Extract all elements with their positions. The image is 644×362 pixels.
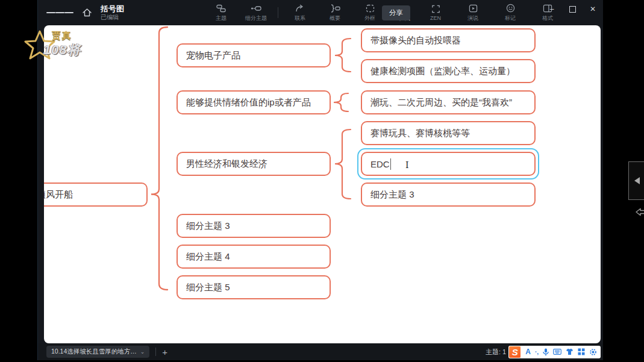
topic-node-edc-editing[interactable]: EDC — [361, 152, 536, 176]
window-controls: – ✕ — [542, 0, 603, 20]
toolbox-grid-icon[interactable] — [578, 348, 585, 355]
topic-node-subtopic-4[interactable]: 细分主题 4 — [177, 245, 331, 269]
status-right: 主题: 1 S A ·, — [486, 346, 601, 358]
status-bar: 10.14选择坡长且雪厚的地方… ⌄ + 主题: 1 S A ·, — [38, 343, 603, 360]
add-sheet-button[interactable]: + — [162, 347, 167, 357]
play-icon — [469, 4, 478, 13]
subtopic-icon — [251, 4, 261, 13]
zen-icon — [431, 4, 440, 14]
topic-label: 带摄像头的自动投喂器 — [370, 35, 461, 46]
relationship-button[interactable]: 联系 — [284, 4, 316, 22]
smiley-icon — [506, 4, 515, 13]
topic-label: 潮玩、二次元周边、买的是“我喜欢” — [370, 97, 512, 108]
root-topic-node[interactable]: 顺风开船 — [44, 183, 148, 207]
topic-label: EDC — [370, 159, 390, 169]
toolbar-divider — [278, 7, 278, 18]
topic-node-subtopic-5[interactable]: 细分主题 5 — [177, 275, 331, 299]
menu-icon[interactable] — [46, 11, 73, 14]
mark-button[interactable]: 标记 — [495, 4, 526, 22]
topic-label: 细分主题 4 — [186, 251, 230, 263]
topic-label: 宠物电子产品 — [186, 50, 240, 61]
topic-label: 能够提供情绪价值的ip或者产品 — [186, 97, 311, 108]
topic-label: 顺风开船 — [44, 189, 73, 201]
tab-divider — [155, 348, 156, 356]
presentation-button[interactable]: 演说 — [457, 4, 489, 22]
punctuation-icon[interactable]: ·, — [535, 349, 539, 355]
topic-node-health-collar[interactable]: 健康检测项圈（监测心率、运动量） — [361, 59, 536, 83]
boundary-button[interactable]: 外框 — [354, 4, 386, 22]
topic-label: 赛博玩具、赛博核桃等等 — [370, 128, 470, 139]
text-caret — [390, 158, 392, 170]
topic-node-subtopic-3[interactable]: 细分主题 3 — [177, 214, 331, 238]
close-button[interactable]: ✕ — [583, 0, 603, 18]
document-title-block: 括号图 已编辑 — [101, 5, 124, 20]
topic-node-emotional-value[interactable]: 能够提供情绪价值的ip或者产品 — [177, 90, 331, 114]
relationship-icon — [295, 4, 305, 13]
topic-label: 细分主题 3 — [370, 189, 414, 201]
topic-button[interactable]: 主题 — [205, 4, 237, 22]
triangle-left-icon — [634, 177, 640, 184]
right-toolbar: 分享 ZEN 演说 标记 — [382, 0, 563, 25]
titlebar: 括号图 已编辑 主题 细分主题 联系 — [38, 0, 603, 25]
maximize-button[interactable] — [562, 0, 583, 18]
topic-node-subtopic-3b[interactable]: 细分主题 3 — [361, 183, 536, 207]
minimize-button[interactable]: – — [542, 0, 562, 18]
gear-icon[interactable] — [589, 348, 597, 356]
topic-label: 健康检测项圈（监测心率、运动量） — [370, 66, 515, 77]
ime-toolbar: S A ·, — [510, 346, 601, 358]
zen-button[interactable]: ZEN — [420, 4, 451, 21]
theme-count: 主题: 1 — [486, 348, 506, 357]
app-window: 括号图 已编辑 主题 细分主题 联系 — [37, 0, 603, 360]
summary-button[interactable]: 概要 — [319, 4, 351, 22]
sheet-tab[interactable]: 10.14选择坡长且雪厚的地方… ⌄ — [46, 346, 149, 358]
mindmap-canvas[interactable]: 顺风开船 宠物电子产品 能够提供情绪价值的ip或者产品 男性经济和银发经济 细分… — [44, 25, 601, 343]
skin-shirt-icon[interactable] — [566, 348, 574, 355]
ibeam-cursor: I — [405, 160, 409, 170]
lang-toggle-icon[interactable]: A — [525, 348, 531, 356]
collapsed-panel-expander[interactable] — [628, 161, 644, 200]
document-status: 已编辑 — [101, 14, 124, 21]
share-button[interactable]: 分享 — [382, 5, 410, 20]
chevron-down-icon: ⌄ — [140, 349, 145, 355]
topic-node-auto-feeder[interactable]: 带摄像头的自动投喂器 — [361, 28, 536, 52]
topic-label: 细分主题 3 — [186, 220, 230, 232]
sogou-logo-icon[interactable]: S — [508, 346, 521, 358]
home-icon[interactable] — [82, 8, 92, 17]
sheet-tab-label: 10.14选择坡长且雪厚的地方… — [51, 348, 137, 356]
topic-node-cyber-toys[interactable]: 赛博玩具、赛博核桃等等 — [361, 121, 536, 145]
keyboard-icon[interactable] — [553, 349, 561, 355]
microphone-icon[interactable] — [543, 348, 549, 356]
document-title: 括号图 — [101, 5, 124, 14]
topic-node-trendy-toys[interactable]: 潮玩、二次元周边、买的是“我喜欢” — [361, 90, 536, 114]
boundary-icon — [366, 4, 375, 13]
summary-icon — [330, 4, 340, 13]
topic-node-male-economy[interactable]: 男性经济和银发经济 — [177, 152, 331, 176]
subtopic-button[interactable]: 细分主题 — [240, 4, 272, 22]
topic-icon — [216, 4, 226, 13]
topic-label: 细分主题 5 — [186, 282, 230, 293]
arrow-left-cursor-icon — [636, 207, 644, 219]
topic-label: 男性经济和银发经济 — [186, 158, 267, 170]
topic-node-pet-electronics[interactable]: 宠物电子产品 — [177, 43, 331, 67]
